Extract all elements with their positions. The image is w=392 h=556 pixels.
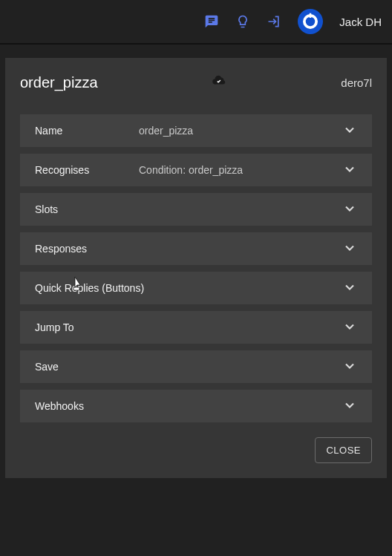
- row-responses[interactable]: Responses: [20, 232, 372, 265]
- avatar[interactable]: [298, 9, 323, 34]
- row-label: Responses: [35, 243, 342, 255]
- chat-icon[interactable]: [204, 14, 219, 29]
- row-recognises[interactable]: Recognises Condition: order_pizza: [20, 154, 372, 186]
- svg-point-2: [306, 17, 316, 27]
- row-slots[interactable]: Slots: [20, 193, 372, 226]
- lightbulb-icon[interactable]: [235, 14, 250, 29]
- chevron-down-icon: [342, 359, 357, 376]
- row-label: Webhooks: [35, 400, 342, 412]
- row-label: Save: [35, 361, 342, 373]
- close-button[interactable]: CLOSE: [315, 437, 372, 463]
- chevron-down-icon: [342, 201, 357, 218]
- panel-title: order_pizza: [20, 74, 98, 91]
- topbar: Jack DH: [0, 0, 392, 45]
- row-quick-replies[interactable]: Quick Replies (Buttons): [20, 272, 372, 304]
- row-name[interactable]: Name order_pizza: [20, 114, 372, 147]
- panel-code: dero7l: [341, 76, 372, 89]
- chevron-down-icon: [342, 122, 357, 140]
- chevron-down-icon: [342, 280, 357, 297]
- row-value: order_pizza: [139, 125, 342, 137]
- user-name[interactable]: Jack DH: [339, 16, 382, 28]
- exit-icon[interactable]: [267, 14, 281, 29]
- rows-container: Name order_pizza Recognises Condition: o…: [20, 114, 372, 422]
- chevron-down-icon: [342, 162, 357, 179]
- row-jump-to[interactable]: Jump To: [20, 311, 372, 344]
- chevron-down-icon: [342, 319, 357, 336]
- row-value: Condition: order_pizza: [139, 164, 342, 176]
- chevron-down-icon: [342, 398, 357, 415]
- row-label: Quick Replies (Buttons): [35, 282, 342, 294]
- row-save[interactable]: Save: [20, 350, 372, 383]
- row-label: Name: [35, 125, 139, 137]
- row-label: Recognises: [35, 164, 139, 176]
- chevron-down-icon: [342, 241, 357, 258]
- node-panel: order_pizza dero7l Name order_pizza Reco…: [5, 58, 387, 478]
- panel-header: order_pizza dero7l: [20, 73, 372, 92]
- row-label: Jump To: [35, 321, 342, 333]
- svg-rect-3: [310, 13, 312, 18]
- row-label: Slots: [35, 203, 342, 215]
- panel-footer: CLOSE: [20, 437, 372, 463]
- row-webhooks[interactable]: Webhooks: [20, 390, 372, 422]
- cloud-check-icon: [211, 73, 227, 92]
